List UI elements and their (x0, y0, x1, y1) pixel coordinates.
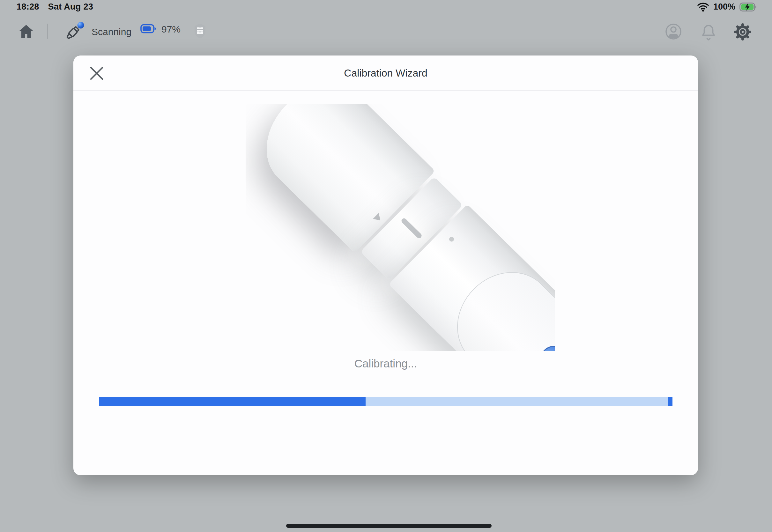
collar-slot (400, 217, 423, 239)
pen-button-panel (437, 252, 555, 351)
clock-time: 18:28 (17, 2, 39, 12)
system-battery-icon (739, 2, 757, 12)
storage-button[interactable] (193, 23, 207, 40)
scanner-device-image (246, 104, 555, 351)
clock-date: Sat Aug 23 (48, 2, 93, 12)
toolbar-divider (47, 24, 48, 39)
scanner-status-label: Scanning (92, 26, 131, 37)
alignment-dot (448, 236, 455, 242)
modal-header: Calibration Wizard (73, 55, 698, 91)
scanner-pen-illustration (246, 104, 555, 351)
scanner-pen-icon (65, 20, 86, 43)
progress-end-cap (668, 397, 672, 406)
scanner-status-chip[interactable]: Scanning (65, 20, 131, 43)
progress-fill (99, 397, 366, 406)
profile-button[interactable] (665, 23, 682, 41)
storage-shield-icon (193, 35, 207, 40)
screen: 18:28 Sat Aug 23 100% (0, 0, 772, 532)
toolbar: Scanning 97% (0, 18, 772, 47)
settings-button[interactable] (734, 23, 752, 42)
status-bar-left: 18:28 Sat Aug 23 (17, 2, 93, 12)
wifi-icon (697, 2, 709, 12)
scanner-battery-chip[interactable]: 97% (140, 24, 181, 35)
scanner-battery-percent: 97% (161, 24, 181, 35)
pen-main-button (534, 340, 555, 351)
calibration-status-text: Calibrating... (73, 357, 698, 370)
profile-icon (665, 36, 682, 41)
notifications-bell-icon (701, 37, 716, 42)
scanner-battery-icon (140, 24, 156, 35)
home-icon (18, 36, 34, 41)
settings-gear-icon (734, 37, 752, 42)
calibration-wizard-modal: Calibration Wizard (73, 55, 698, 475)
modal-title: Calibration Wizard (73, 55, 698, 91)
home-indicator[interactable] (286, 524, 492, 528)
alignment-arrow (373, 213, 383, 223)
system-battery-percent: 100% (713, 2, 735, 12)
status-bar-right: 100% (697, 2, 757, 12)
calibration-progress-bar (99, 397, 672, 406)
home-button[interactable] (18, 24, 34, 41)
notifications-button[interactable] (701, 24, 716, 42)
